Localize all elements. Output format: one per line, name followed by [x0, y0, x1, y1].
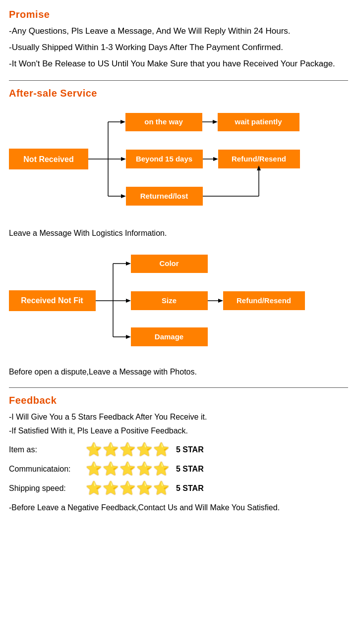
divider-1: [9, 80, 348, 81]
stars-row-item: Item as: ⭐ ⭐ ⭐ ⭐ ⭐ 5 STAR: [9, 442, 348, 457]
promise-section: Promise -Any Questions, Pls Leave a Mess…: [9, 9, 348, 71]
promise-text: -Any Questions, Pls Leave a Message, And…: [9, 24, 348, 71]
svg-marker-40: [218, 299, 223, 303]
svg-text:Color: Color: [159, 259, 178, 268]
received-not-fit-svg: Received Not Fit Color Size Refund/Resen…: [9, 252, 356, 356]
svg-marker-9: [213, 120, 218, 124]
stars-row-comm: Communicataion: ⭐ ⭐ ⭐ ⭐ ⭐ 5 STAR: [9, 461, 348, 477]
aftersale-title: After-sale Service: [9, 88, 348, 99]
received-not-fit-note: Before open a dispute,Leave a Message wi…: [9, 365, 348, 378]
svg-text:Not  Received: Not Received: [23, 155, 73, 163]
stars-label-item: Item as:: [9, 445, 86, 454]
promise-line-2: -Usually Shipped Within 1-3 Working Days…: [9, 41, 348, 55]
stars-row-ship: Shipping speed: ⭐ ⭐ ⭐ ⭐ ⭐ 5 STAR: [9, 481, 348, 496]
svg-marker-36: [126, 299, 131, 303]
svg-text:wait   patiently: wait patiently: [234, 117, 282, 126]
promise-title: Promise: [9, 9, 348, 20]
feedback-line-1: -I Will Give You a 5 Stars Feedback Afte…: [9, 410, 348, 424]
svg-text:Damage: Damage: [155, 332, 183, 341]
svg-text:Received  Not  Fit: Received Not Fit: [21, 296, 83, 305]
svg-text:Size: Size: [162, 296, 177, 305]
stars-label-comm: Communicataion:: [9, 465, 86, 474]
svg-text:Refund/Resend: Refund/Resend: [232, 155, 286, 163]
star-s2: ⭐: [103, 481, 119, 496]
star-c4: ⭐: [136, 461, 152, 477]
not-received-diagram: Not Received on the way wait patiently B…: [9, 103, 348, 222]
feedback-footer: -Before Leave a Negative Feedback,Contac…: [9, 501, 348, 515]
svg-marker-17: [213, 157, 218, 161]
star-2: ⭐: [103, 442, 119, 457]
star-4: ⭐: [136, 442, 152, 457]
star-count-item: 5 STAR: [176, 445, 204, 454]
svg-marker-44: [126, 335, 131, 339]
star-c2: ⭐: [103, 461, 119, 477]
promise-line-3: -It Won't Be Release to US Until You Mak…: [9, 57, 348, 71]
svg-marker-21: [121, 194, 126, 198]
svg-marker-32: [126, 262, 131, 266]
svg-marker-5: [120, 120, 125, 124]
feedback-footer-text: -Before Leave a Negative Feedback,Contac…: [9, 501, 348, 515]
svg-text:Refund/Resend: Refund/Resend: [237, 296, 291, 305]
star-s3: ⭐: [119, 481, 135, 496]
not-received-note: Leave a Message With Logistics Informati…: [9, 226, 348, 240]
promise-line-1: -Any Questions, Pls Leave a Message, And…: [9, 24, 348, 39]
divider-2: [9, 387, 348, 388]
svg-text:on  the  way: on the way: [144, 117, 183, 126]
feedback-title: Feedback: [9, 395, 348, 406]
stars-ship: ⭐ ⭐ ⭐ ⭐ ⭐: [86, 481, 169, 496]
stars-comm: ⭐ ⭐ ⭐ ⭐ ⭐: [86, 461, 169, 477]
star-c3: ⭐: [119, 461, 135, 477]
star-1: ⭐: [86, 442, 102, 457]
svg-text:Beyond  15  days: Beyond 15 days: [136, 155, 192, 163]
feedback-intro: -I Will Give You a 5 Stars Feedback Afte…: [9, 410, 348, 438]
star-s1: ⭐: [86, 481, 102, 496]
svg-marker-13: [121, 157, 126, 161]
star-s5: ⭐: [153, 481, 169, 496]
stars-label-ship: Shipping speed:: [9, 484, 86, 493]
star-count-ship: 5 STAR: [176, 484, 204, 493]
stars-item: ⭐ ⭐ ⭐ ⭐ ⭐: [86, 442, 169, 457]
feedback-line-2: -If Satisfied With it, Pls Leave a Posit…: [9, 424, 348, 438]
star-c5: ⭐: [153, 461, 169, 477]
feedback-section: Feedback -I Will Give You a 5 Stars Feed…: [9, 395, 348, 515]
star-c1: ⭐: [86, 461, 102, 477]
star-5: ⭐: [153, 442, 169, 457]
svg-text:Returned/lost: Returned/lost: [140, 192, 188, 200]
star-3: ⭐: [119, 442, 135, 457]
aftersale-section: After-sale Service Not Received on the w…: [9, 88, 348, 378]
received-not-fit-diagram: Received Not Fit Color Size Refund/Resen…: [9, 247, 348, 361]
star-count-comm: 5 STAR: [176, 465, 204, 474]
star-s4: ⭐: [136, 481, 152, 496]
not-received-svg: Not Received on the way wait patiently B…: [9, 108, 356, 217]
